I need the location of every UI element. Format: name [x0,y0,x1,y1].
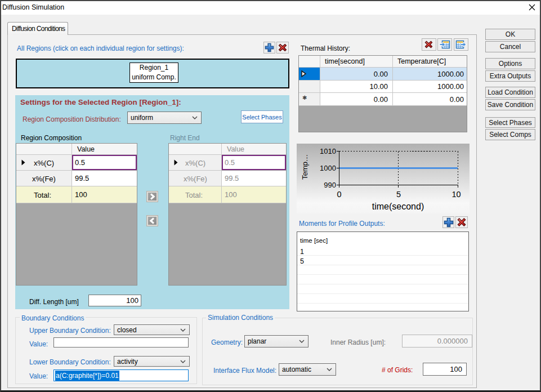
svg-text:0: 0 [337,190,341,199]
svg-text:10: 10 [451,190,460,199]
svg-text:990: 990 [324,181,336,189]
svg-text:5: 5 [396,190,401,199]
svg-text:1010: 1010 [320,147,336,155]
svg-text:Temp…: Temp… [301,154,309,180]
svg-text:time(second): time(second) [372,202,424,211]
svg-text:1000: 1000 [320,164,336,172]
